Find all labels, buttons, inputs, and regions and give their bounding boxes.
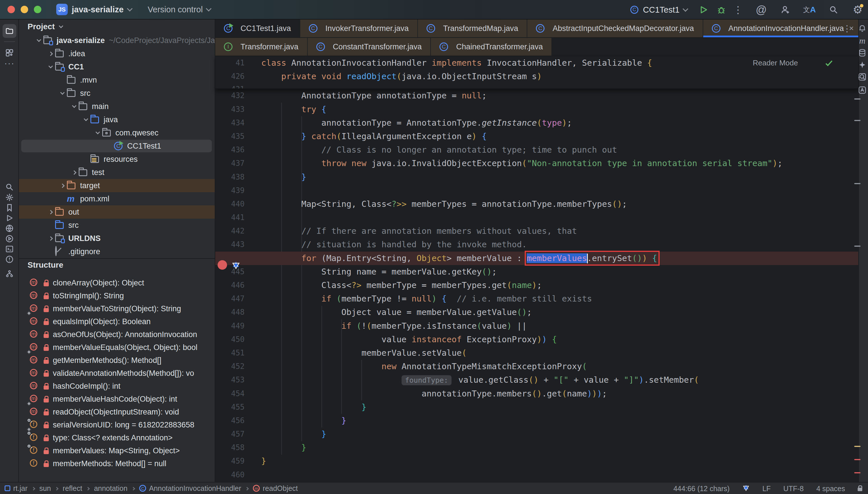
line-number[interactable]: 460 [215, 468, 261, 482]
structure-item-memberMethods[interactable]: fmemberMethods: Method[] = null [19, 457, 215, 470]
line-number[interactable]: 432 [215, 89, 261, 102]
structure-item-getMemberMethods[interactable]: mgetMemberMethods(): Method[] [19, 354, 215, 367]
code-line-437[interactable]: 437 throw new java.io.InvalidObjectExcep… [215, 157, 858, 170]
code-line-446[interactable]: 446 Class<?> memberType = memberTypes.ge… [215, 279, 858, 292]
editor-tab[interactable]: CChainedTransformer.java [431, 38, 552, 56]
code-line-432[interactable]: 432 AnnotationType annotationType = null… [215, 89, 858, 102]
code-text[interactable]: try { [261, 103, 858, 116]
structure-item-asOneOfUs[interactable]: masOneOfUs(Object): AnnotationInvocation [19, 328, 215, 341]
code-line-434[interactable]: 434 annotationType = AnnotationType.getI… [215, 116, 858, 130]
caret-position-widget[interactable]: 444:66 (12 chars) [673, 484, 730, 493]
line-number[interactable]: 451 [215, 346, 261, 360]
code-text[interactable]: new AnnotationTypeMismatchExceptionProxy… [261, 360, 858, 373]
code-text[interactable]: // situation is handled by the invoke me… [261, 238, 858, 251]
encoding-widget[interactable]: UTF-8 [783, 484, 804, 493]
code-line-459[interactable]: 459} [215, 454, 858, 468]
tree-item--idea[interactable]: .idea [19, 47, 215, 60]
code-line-451[interactable]: 451 memberValue.setValue( [215, 346, 858, 360]
line-number[interactable]: 458 [215, 441, 261, 454]
structure-item-serialVersionUID[interactable]: fserialVersionUID: long = 6182022883658 [19, 419, 215, 432]
editor-tab[interactable]: CInvokerTransformer.java [300, 19, 418, 37]
tree-item-src[interactable]: src [19, 87, 215, 100]
line-number[interactable]: 443 [215, 238, 261, 251]
tree-item-java[interactable]: java [19, 113, 215, 126]
tree-item-urldns[interactable]: URLDNS [19, 232, 215, 245]
structure-item-equalsImpl[interactable]: mequalsImpl(Object): Boolean [19, 315, 215, 328]
line-number[interactable]: 438 [215, 170, 261, 184]
code-text[interactable]: Map<String, Class<?>> memberTypes = anno… [261, 197, 858, 211]
code-line-443[interactable]: 443 // situation is handled by the invok… [215, 238, 858, 251]
code-line-445[interactable]: 445 String name = memberValue.getKey(); [215, 265, 858, 279]
git-tool-button[interactable] [3, 267, 16, 281]
editor-tab[interactable]: ITransformer.java [215, 38, 308, 56]
code-line-453[interactable]: 453 foundType: value.getClass() + "[" + … [215, 373, 858, 387]
code-text[interactable]: } [261, 428, 858, 441]
structure-item-memberValueToString[interactable]: mmemberValueToString(Object): String [19, 302, 215, 315]
code-text[interactable]: Object value = memberValue.getValue(); [261, 305, 858, 319]
code-line-448[interactable]: 448 Object value = memberValue.getValue(… [215, 305, 858, 319]
code-line-435[interactable]: 435 } catch(IllegalArgumentException e) … [215, 130, 858, 143]
chevron-down-icon[interactable] [37, 37, 41, 42]
indent-widget[interactable]: 4 spaces [816, 484, 845, 493]
chevron-down-icon[interactable] [49, 64, 53, 68]
structure-item-readObject[interactable]: mreadObject(ObjectInputStream): void [19, 406, 215, 419]
chevron-right-icon[interactable] [49, 51, 53, 56]
code-text[interactable]: } catch(IllegalArgumentException e) { [261, 130, 858, 143]
code-line-456[interactable]: 456 } [215, 414, 858, 428]
code-line-441[interactable]: 441 [215, 211, 858, 224]
line-number[interactable]: 456 [215, 414, 261, 428]
structure-item-memberValues[interactable]: fmemberValues: Map<String, Object> [19, 444, 215, 457]
problems-tool-button[interactable] [3, 252, 16, 266]
code-text[interactable]: } [261, 454, 858, 468]
code-viewport[interactable]: 432 AnnotationType annotationType = null… [215, 89, 858, 481]
line-separator-widget[interactable]: LF [762, 484, 771, 493]
code-line-454[interactable]: 454 annotationType.members().get(name)))… [215, 387, 858, 400]
code-text[interactable]: throw new java.io.InvalidObjectException… [261, 157, 858, 170]
chevron-right-icon[interactable] [72, 170, 77, 175]
code-text[interactable]: } [261, 414, 858, 428]
code-line-447[interactable]: 447 if (memberType != null) { // i.e. me… [215, 292, 858, 305]
tree-item-pom-xml[interactable]: mpom.xml [19, 192, 215, 205]
code-line-439[interactable]: 439 [215, 184, 858, 197]
tree-item-java-serialize[interactable]: java-serialize~/CodeProject/JavaProjects… [19, 34, 215, 47]
readonly-lock-icon[interactable] [858, 488, 862, 491]
chevron-down-icon[interactable] [60, 90, 65, 95]
code-line-440[interactable]: 440 Map<String, Class<?>> memberTypes = … [215, 197, 858, 211]
line-number[interactable]: 434 [215, 116, 261, 130]
settings-gear-icon[interactable]: ⚙ [851, 3, 864, 16]
chevron-down-icon[interactable] [72, 103, 77, 108]
breadcrumb-item-annotation[interactable]: annotation [94, 484, 127, 493]
code-line-457[interactable]: 457 } [215, 428, 858, 441]
line-number[interactable]: 450 [215, 333, 261, 346]
line-number[interactable]: 441 [215, 211, 261, 224]
tree-item-out[interactable]: out [19, 205, 215, 218]
chevron-down-icon[interactable] [84, 116, 88, 121]
line-number[interactable]: 439 [215, 184, 261, 197]
project-switcher[interactable]: java-serialize [72, 5, 124, 14]
breadcrumb-item-sun[interactable]: sun [39, 484, 51, 493]
code-line-458[interactable]: 458 } [215, 441, 858, 454]
code-text[interactable]: } [261, 400, 858, 414]
code-line-442[interactable]: 442 // If there are annotation members w… [215, 224, 858, 238]
run-button[interactable] [697, 3, 710, 16]
minimize-window-button[interactable] [21, 6, 28, 13]
inspections-ok-icon[interactable] [824, 58, 834, 69]
line-number[interactable]: 453 [215, 373, 261, 387]
more-tool-windows-icon[interactable]: ··· [3, 56, 16, 70]
chevron-down-icon[interactable] [96, 130, 100, 134]
code-text[interactable]: foundType: value.getClass() + "[" + valu… [261, 373, 858, 387]
translate-icon[interactable]: 文A [803, 3, 816, 16]
breadcrumb-item-reflect[interactable]: reflect [62, 484, 82, 493]
debug-button[interactable] [715, 3, 728, 16]
ai-spiral-icon[interactable]: @ [755, 3, 768, 16]
project-tool-button[interactable] [3, 24, 16, 38]
tree-item-target[interactable]: target [19, 179, 215, 192]
maven-tool-button[interactable]: m [855, 35, 868, 46]
structure-item-cloneArray[interactable]: mcloneArray(Object): Object [19, 277, 215, 289]
line-number[interactable]: 457 [215, 428, 261, 441]
project-panel-header[interactable]: Project [19, 19, 215, 34]
line-number[interactable]: 446 [215, 279, 261, 292]
editor-tab[interactable]: CTransformedMap.java [418, 19, 528, 37]
tab-options-icon[interactable]: ⋮ [843, 23, 851, 34]
ai-status-icon[interactable] [742, 484, 750, 493]
